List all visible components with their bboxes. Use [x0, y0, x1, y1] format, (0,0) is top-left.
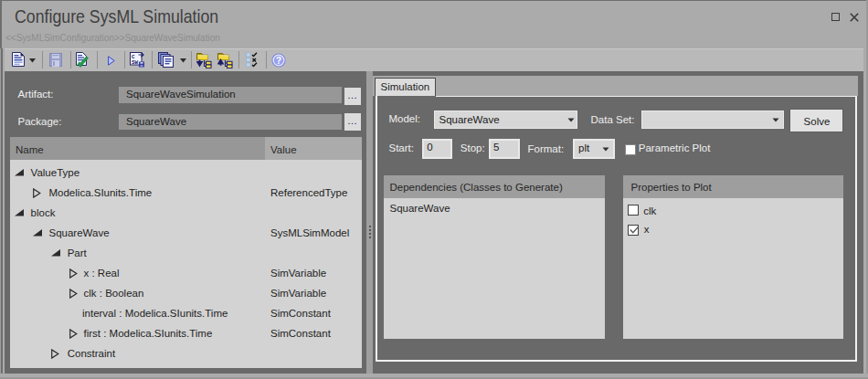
svg-text:SW: SW — [132, 59, 139, 66]
svg-text:?: ? — [276, 56, 281, 66]
